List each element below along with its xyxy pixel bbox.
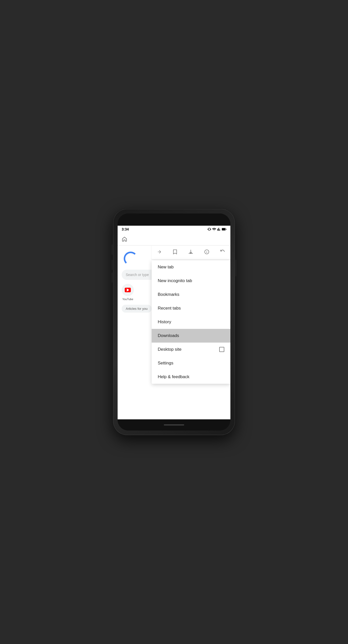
- status-icons: [208, 227, 226, 231]
- status-time: 3:34: [122, 227, 129, 231]
- browser-content: Search or type YouTube: [118, 246, 230, 419]
- recent-tabs-label: Recent tabs: [158, 306, 181, 311]
- browser-bar: [118, 233, 230, 246]
- dropdown-menu: New tab New incognito tab Bookmarks Rece…: [152, 260, 230, 384]
- signal-icon: [217, 228, 221, 231]
- screen: 3:34: [118, 226, 230, 419]
- svg-rect-2: [222, 228, 225, 230]
- top-bezel: [118, 213, 230, 226]
- settings-label: Settings: [158, 361, 173, 366]
- desktop-site-label: Desktop site: [158, 347, 182, 352]
- home-indicator: [164, 424, 184, 425]
- bookmarks-label: Bookmarks: [158, 292, 179, 297]
- svg-rect-1: [226, 229, 226, 230]
- new-tab-label: New tab: [158, 265, 173, 270]
- menu-item-recent-tabs[interactable]: Recent tabs: [152, 301, 230, 315]
- menu-item-downloads[interactable]: Downloads: [152, 329, 230, 343]
- bookmark-icon[interactable]: [172, 249, 178, 256]
- menu-item-bookmarks[interactable]: Bookmarks: [152, 288, 230, 301]
- menu-item-desktop-site[interactable]: Desktop site: [152, 343, 230, 356]
- download-icon[interactable]: [188, 249, 194, 256]
- downloads-label: Downloads: [158, 333, 179, 338]
- wifi-icon: [212, 228, 216, 231]
- battery-icon: [222, 228, 226, 231]
- phone-screen: 3:34: [118, 213, 230, 431]
- home-icon[interactable]: [122, 236, 127, 242]
- dropdown-overlay: New tab New incognito tab Bookmarks Rece…: [118, 246, 230, 419]
- help-feedback-label: Help & feedback: [158, 374, 189, 379]
- forward-icon[interactable]: [157, 249, 162, 256]
- desktop-site-checkbox[interactable]: [219, 347, 224, 352]
- menu-item-history[interactable]: History: [152, 315, 230, 329]
- refresh-icon[interactable]: [220, 249, 225, 256]
- vibrate-icon: [208, 227, 211, 231]
- history-label: History: [158, 319, 171, 325]
- menu-item-new-tab[interactable]: New tab: [152, 260, 230, 274]
- menu-item-new-incognito-tab[interactable]: New incognito tab: [152, 274, 230, 288]
- bottom-bezel: [118, 419, 230, 431]
- info-icon[interactable]: [204, 249, 210, 256]
- status-bar: 3:34: [118, 226, 230, 233]
- new-incognito-tab-label: New incognito tab: [158, 278, 192, 283]
- phone-device: 3:34: [113, 209, 235, 435]
- menu-toolbar: [152, 246, 230, 260]
- menu-item-help-feedback[interactable]: Help & feedback: [152, 370, 230, 384]
- menu-item-settings[interactable]: Settings: [152, 356, 230, 370]
